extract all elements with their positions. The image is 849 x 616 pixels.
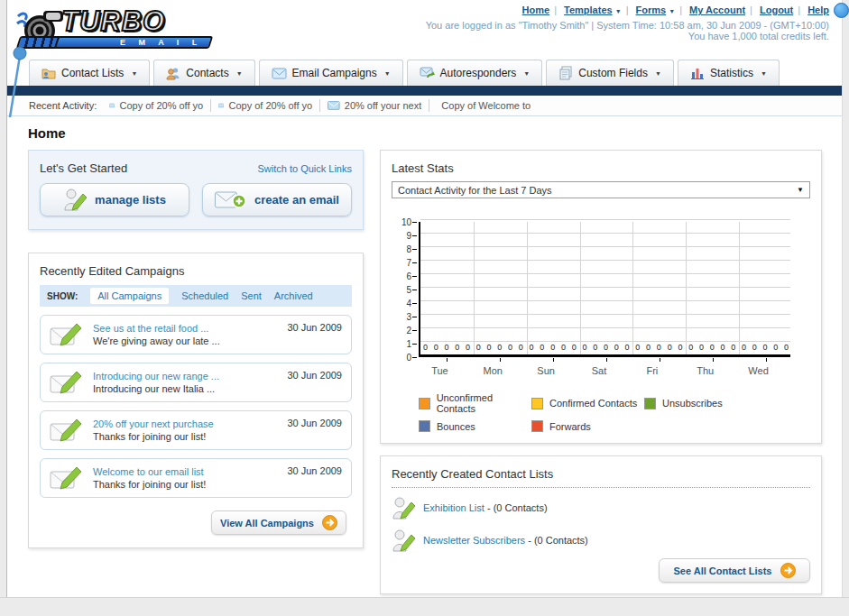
person-pencil-icon bbox=[63, 188, 87, 212]
contact-list-link[interactable]: Exhibition List bbox=[423, 502, 484, 513]
help-bubble-icon[interactable] bbox=[834, 3, 849, 18]
view-all-campaigns-button[interactable]: View All Campaigns bbox=[211, 510, 346, 535]
bar-value-label: 0 bbox=[530, 343, 534, 352]
filter-tab-archived[interactable]: Archived bbox=[274, 290, 313, 301]
y-tick-label: 8 bbox=[406, 244, 411, 254]
contact-list-link[interactable]: Newsletter Subscribers bbox=[423, 535, 525, 546]
x-tick-label: Mon bbox=[466, 365, 520, 376]
bar-value-label: 0 bbox=[710, 343, 715, 352]
legend-label: Bounces bbox=[437, 421, 475, 432]
x-tick-label: Wed bbox=[732, 365, 785, 376]
bar-value-label: 0 bbox=[561, 343, 566, 352]
chevron-down-icon: ▼ bbox=[236, 70, 243, 77]
bar-value-label: 0 bbox=[476, 343, 481, 352]
envelope-icon bbox=[328, 101, 340, 110]
chevron-down-icon: ▼ bbox=[615, 8, 622, 14]
top-link-home[interactable]: Home bbox=[522, 5, 550, 15]
tab-statistics[interactable]: Statistics▼ bbox=[678, 60, 780, 86]
campaign-item[interactable]: See us at the retail food ... We're givi… bbox=[40, 315, 352, 354]
contact-list-item[interactable]: Newsletter Subscribers - (0 Contacts) bbox=[392, 528, 810, 553]
bar-value-label: 0 bbox=[614, 343, 619, 352]
legend-swatch bbox=[531, 398, 543, 409]
bar-value-label: 0 bbox=[497, 343, 502, 352]
campaign-item[interactable]: Welcome to our email list Thanks for joi… bbox=[40, 458, 352, 498]
x-tick-label: Fri bbox=[625, 365, 678, 376]
x-tick-label: Tue bbox=[413, 365, 466, 376]
recent-activity-item[interactable]: Copy of 20% off yo bbox=[109, 100, 203, 111]
x-tick-label: Sat bbox=[573, 365, 626, 376]
campaign-title-link[interactable]: 20% off your next purchase bbox=[93, 418, 214, 429]
main-content: Home Let's Get Started Switch to Quick L… bbox=[7, 116, 842, 594]
legend-label: Forwards bbox=[549, 421, 591, 432]
top-link-forms[interactable]: Forms bbox=[636, 5, 667, 15]
campaign-title-link[interactable]: Introducing our new range ... bbox=[93, 371, 219, 382]
legend-label: Unconfirmed Contacts bbox=[437, 392, 531, 414]
credits-info: You have 1,000 total credits left. bbox=[688, 31, 829, 41]
top-link-my-account[interactable]: My Account bbox=[689, 5, 745, 15]
recent-activity-item[interactable]: 20% off your next bbox=[328, 100, 421, 111]
bar-value-label: 0 bbox=[720, 343, 724, 352]
bar-value-label: 0 bbox=[731, 343, 735, 352]
footer-strip bbox=[0, 597, 849, 616]
tab-autoresponders[interactable]: Autoresponders▼ bbox=[407, 60, 543, 86]
tab-custom-fields[interactable]: Custom Fields▼ bbox=[546, 60, 674, 86]
recent-activity-label: Recent Activity: bbox=[29, 100, 97, 111]
bar-value-label: 0 bbox=[763, 343, 768, 352]
bar-value-label: 0 bbox=[540, 343, 544, 352]
contact-list-item[interactable]: Exhibition List - (0 Contacts) bbox=[392, 495, 810, 520]
envelope-pencil-icon bbox=[50, 369, 84, 396]
bar-value-label: 0 bbox=[572, 343, 577, 352]
tab-email-campaigns[interactable]: Email Campaigns▼ bbox=[259, 60, 403, 86]
envelope-pencil-icon bbox=[50, 464, 84, 492]
top-link-logout[interactable]: Logout bbox=[760, 5, 793, 15]
legend-swatch bbox=[419, 398, 430, 409]
bar-value-label: 0 bbox=[635, 343, 640, 352]
campaign-item[interactable]: Introducing our new range ... Introducin… bbox=[40, 363, 352, 402]
campaign-subtitle: Thanks for joining our list! bbox=[93, 479, 206, 490]
top-nav-links: Home| Templates ▼| Forms ▼| My Account| … bbox=[522, 5, 829, 15]
tab-contact-lists[interactable]: Contact Lists▼ bbox=[29, 60, 150, 86]
recent-activity-item[interactable]: Copy of 20% off yo bbox=[218, 100, 312, 111]
y-tick-label: 5 bbox=[406, 285, 411, 295]
campaign-title-link[interactable]: Welcome to our email list bbox=[93, 466, 204, 477]
bar-value-label: 0 bbox=[657, 343, 661, 352]
recent-activity-item[interactable]: Copy of Welcome to bbox=[437, 100, 531, 111]
tab-contacts[interactable]: Contacts▼ bbox=[153, 60, 254, 86]
envelope-icon bbox=[109, 101, 115, 110]
turbo-email-logo: TURBO E M A I L bbox=[14, 4, 224, 49]
top-link-help[interactable]: Help bbox=[807, 5, 829, 15]
bar-value-label: 0 bbox=[784, 343, 789, 352]
manage-lists-button[interactable]: manage lists bbox=[40, 183, 189, 216]
campaign-subtitle: Thanks for joining our list! bbox=[93, 431, 206, 442]
legend-item: Bounces bbox=[419, 420, 531, 432]
bar-value-label: 0 bbox=[625, 343, 630, 352]
switch-quick-links-link[interactable]: Switch to Quick Links bbox=[257, 163, 352, 174]
create-email-button[interactable]: create an email bbox=[202, 183, 352, 216]
campaign-item[interactable]: 20% off your next purchase Thanks for jo… bbox=[40, 410, 352, 450]
chart-x-axis: TueMonSunSatFriThuWed bbox=[413, 363, 785, 380]
envelope-icon bbox=[218, 101, 224, 110]
legend-item: Forwards bbox=[531, 420, 644, 432]
top-link-templates[interactable]: Templates bbox=[564, 5, 613, 15]
chart-y-axis: 012345678910 bbox=[399, 222, 419, 358]
page-title: Home bbox=[28, 125, 842, 141]
filter-tab-scheduled[interactable]: Scheduled bbox=[181, 290, 228, 301]
bar-value-label: 0 bbox=[508, 343, 512, 352]
campaign-title-link[interactable]: See us at the retail food ... bbox=[93, 323, 208, 334]
bar-value-label: 0 bbox=[752, 343, 757, 352]
chart-legend: Unconfirmed ContactsConfirmed ContactsUn… bbox=[419, 392, 810, 432]
see-all-contact-lists-button[interactable]: See All Contact Lists bbox=[659, 558, 810, 583]
autoresponder-envelope-icon bbox=[420, 67, 435, 79]
navy-divider-bar bbox=[7, 86, 842, 96]
legend-swatch bbox=[419, 420, 430, 432]
bar-value-label: 0 bbox=[519, 343, 523, 352]
legend-swatch bbox=[644, 398, 656, 409]
bar-value-label: 0 bbox=[444, 343, 448, 352]
stats-panel-title: Latest Stats bbox=[392, 161, 810, 175]
filter-tab-sent[interactable]: Sent bbox=[241, 290, 262, 301]
stats-report-select[interactable]: Contact Activity for the Last 7 Days ▼ bbox=[392, 181, 810, 198]
y-tick-label: 6 bbox=[406, 271, 411, 281]
arrow-circle-icon bbox=[322, 515, 337, 530]
campaign-date: 30 Jun 2009 bbox=[287, 418, 342, 428]
filter-tab-all-campaigns[interactable]: All Campaigns bbox=[90, 288, 169, 304]
